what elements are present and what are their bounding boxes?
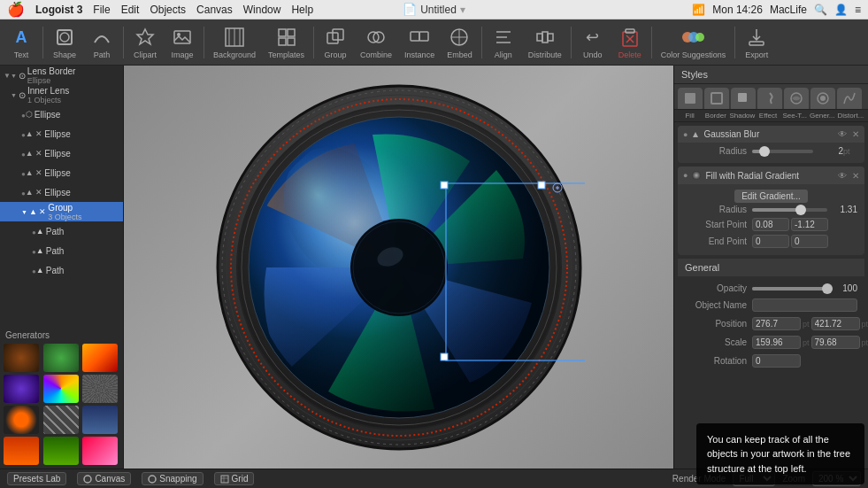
gen-item-5[interactable]: [43, 375, 79, 403]
fill-radius-thumb[interactable]: [795, 205, 806, 215]
gen-item-6[interactable]: [82, 375, 118, 403]
toolbar-sep8: [734, 27, 735, 58]
toolbar-shape[interactable]: Shape: [47, 21, 82, 64]
blur-visibility-icon[interactable]: 👁: [838, 129, 847, 139]
style-tab-seet[interactable]: [784, 88, 809, 109]
presets-lab-button[interactable]: Presets Lab: [7, 472, 66, 485]
toolbar-image[interactable]: Image: [165, 21, 200, 64]
menu-canvas[interactable]: Canvas: [196, 4, 233, 16]
layer-path1[interactable]: ▲ Path: [0, 221, 123, 241]
toolbar-path[interactable]: Path: [84, 21, 119, 64]
menu-window[interactable]: Window: [243, 4, 281, 16]
export-label: Export: [745, 50, 768, 59]
layer-lens-border[interactable]: ▼ ⊙ Lens Border Ellipse: [0, 66, 123, 85]
toolbar-export[interactable]: Export: [739, 21, 774, 64]
toolbar-text[interactable]: A Text: [4, 21, 39, 64]
scale-y-input[interactable]: [811, 336, 860, 349]
start-point-row: Start Point: [685, 218, 857, 231]
edit-gradient-button[interactable]: Edit Gradient...: [734, 190, 808, 203]
gradient-close-icon[interactable]: ✕: [852, 171, 859, 181]
menu-file[interactable]: File: [93, 4, 110, 16]
menu-objects[interactable]: Objects: [150, 4, 186, 16]
canvas-area[interactable]: [124, 66, 673, 469]
gen-item-1[interactable]: [4, 344, 39, 372]
menu-edit[interactable]: Edit: [121, 4, 140, 16]
user-icon[interactable]: 👤: [834, 4, 848, 16]
gen-item-11[interactable]: [43, 437, 79, 465]
toolbar-combine[interactable]: Combine: [355, 21, 397, 64]
radius-slider-thumb[interactable]: [759, 146, 770, 157]
end-x-input[interactable]: [752, 235, 789, 248]
opacity-thumb[interactable]: [822, 283, 833, 294]
rotation-input[interactable]: [752, 354, 801, 368]
svg-rect-25: [537, 34, 542, 41]
gen-item-7[interactable]: [4, 406, 39, 434]
toolbar-align[interactable]: Align: [486, 21, 521, 64]
style-tab-distort[interactable]: [837, 88, 862, 109]
start-x-input[interactable]: [752, 218, 789, 231]
gen-item-12[interactable]: [82, 437, 118, 465]
layer-ellipse4[interactable]: ▲ ✕ Ellipse: [0, 163, 123, 182]
svg-rect-35: [749, 42, 764, 45]
layer-ellipse2[interactable]: ▲ ✕ Ellipse: [0, 124, 123, 143]
toolbar-delete[interactable]: Delete: [612, 21, 648, 64]
toolbar-embed[interactable]: Embed: [442, 21, 478, 64]
toolbar-templates[interactable]: Templates: [263, 21, 310, 64]
style-content: ● Gaussian Blur 👁 ✕ Radius 2 pt: [674, 122, 868, 469]
style-tab-shadow[interactable]: [731, 88, 756, 109]
start-y-input[interactable]: [791, 218, 828, 231]
toolbar-instance[interactable]: Instance: [399, 21, 440, 64]
gen-item-9[interactable]: [82, 406, 118, 434]
style-tab-effect[interactable]: [757, 88, 782, 109]
image-label: Image: [171, 50, 193, 59]
window-title: 📄 Untitled ▾: [403, 3, 465, 16]
scale-label: Scale: [685, 337, 747, 347]
scale-x-input[interactable]: [752, 336, 801, 349]
gen-item-4[interactable]: [4, 375, 39, 403]
toolbar-distribute[interactable]: Distribute: [523, 21, 567, 64]
style-tab-fill[interactable]: [678, 88, 703, 109]
gen-item-3[interactable]: [82, 344, 118, 372]
lens-border-label: Lens Border: [27, 66, 75, 76]
apple-menu[interactable]: 🍎: [7, 1, 25, 18]
snapping-button[interactable]: Snapping: [142, 472, 203, 485]
layer-tree: ▼ ⊙ Lens Border Ellipse ▼ ⊙ Inner Lens 1…: [0, 66, 123, 323]
object-name-input[interactable]: [752, 298, 857, 312]
toolbar-color-suggestions[interactable]: Color Suggestions: [656, 21, 732, 64]
opacity-slider[interactable]: [752, 287, 833, 290]
toolbar-undo[interactable]: ↩ Undo: [575, 21, 611, 64]
layer-group[interactable]: ▼ ▲ ✕ Group 3 Objects: [0, 202, 123, 221]
gen-item-2[interactable]: [43, 344, 79, 372]
layer-path3[interactable]: ▲ Path: [0, 260, 123, 280]
search-icon[interactable]: 🔍: [814, 4, 827, 16]
blur-close-icon[interactable]: ✕: [852, 129, 859, 139]
style-tab-generator[interactable]: [810, 88, 835, 109]
opacity-row: Opacity 100: [685, 283, 857, 293]
styles-header: Styles: [674, 66, 868, 84]
canvas-button[interactable]: Canvas: [77, 472, 131, 485]
menu-icon[interactable]: ≡: [855, 4, 861, 16]
toolbar-clipart[interactable]: Clipart: [127, 21, 163, 64]
generators-grid: [4, 344, 119, 465]
pos-y-input[interactable]: [811, 317, 860, 330]
inner-lens-label: Inner Lens: [27, 86, 69, 96]
gradient-visibility-icon[interactable]: 👁: [838, 171, 847, 181]
svg-rect-62: [738, 93, 747, 102]
toolbar-group[interactable]: Group: [318, 21, 353, 64]
gen-item-10[interactable]: [4, 437, 39, 465]
menu-help[interactable]: Help: [291, 4, 313, 16]
layer-inner-lens[interactable]: ▼ ⊙ Inner Lens 1 Objects: [0, 85, 123, 105]
grid-button[interactable]: Grid: [214, 472, 255, 485]
fill-radius-slider[interactable]: [752, 208, 827, 212]
layer-ellipse3[interactable]: ▲ ✕ Ellipse: [0, 143, 123, 163]
pos-x-input[interactable]: [752, 317, 801, 330]
radius-row: Radius 2 pt: [685, 146, 857, 156]
layer-ellipse5[interactable]: ▲ ✕ Ellipse: [0, 182, 123, 202]
end-y-input[interactable]: [791, 235, 828, 248]
layer-ellipse1[interactable]: ⬡ Ellipse: [0, 105, 123, 124]
toolbar-background[interactable]: Background: [208, 21, 261, 64]
radius-slider[interactable]: [752, 150, 813, 153]
layer-path2[interactable]: ▲ Path: [0, 241, 123, 260]
gen-item-8[interactable]: [43, 406, 79, 434]
style-tab-border[interactable]: [704, 88, 729, 109]
